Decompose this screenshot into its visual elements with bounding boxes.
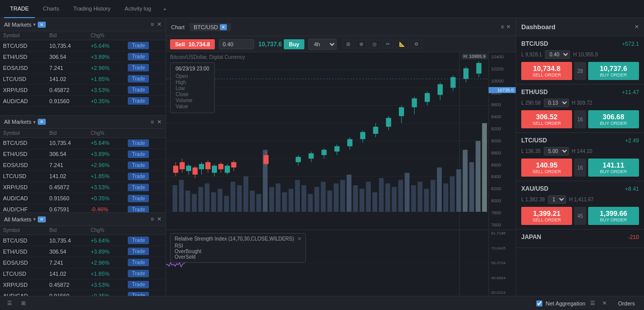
- net-aggregation-section: Net Aggregation ☰ ✕: [536, 299, 609, 307]
- panel-close-icon-2[interactable]: ✕: [157, 119, 162, 125]
- net-aggregation-label: Net Aggregation: [545, 300, 585, 306]
- trade-button[interactable]: Trade: [128, 248, 149, 255]
- net-aggregation-settings[interactable]: ☰: [588, 299, 597, 307]
- cell-chg: +1.85%: [88, 171, 125, 182]
- tab-charts[interactable]: Charts: [37, 0, 65, 18]
- svg-rect-85: [321, 150, 327, 156]
- order-buttons-xauusd: 1,399.21 SELL ORDER 45 1,399.66 BUY ORDE…: [521, 207, 639, 225]
- rsi-close-icon[interactable]: ✕: [297, 236, 301, 242]
- ethusd-sell-button[interactable]: 306.52 SELL ORDER: [521, 110, 572, 128]
- quantity-input[interactable]: [219, 39, 254, 49]
- ethusd-qty-select[interactable]: 0.13: [544, 99, 569, 107]
- instrument-header-btcusd: BTC/USD +572.1: [521, 40, 639, 47]
- layout-icon-2[interactable]: ⊞: [19, 299, 28, 307]
- draw-btn[interactable]: ✏: [382, 40, 393, 48]
- close-icon[interactable]: ✕: [506, 24, 511, 30]
- xauusd-sell-button[interactable]: 1,399.21 SELL ORDER: [521, 207, 572, 225]
- trade-button[interactable]: Trade: [128, 259, 149, 266]
- chart-symbol[interactable]: BTC/USD ✕: [190, 23, 231, 31]
- trade-button[interactable]: Trade: [128, 64, 149, 71]
- panel-controls-2: ≡ ✕: [151, 119, 162, 125]
- svg-rect-39: [366, 182, 371, 212]
- col-action-3: [125, 226, 166, 235]
- settings-btn[interactable]: ⚙: [411, 40, 422, 48]
- col-bid: Bid: [46, 31, 88, 40]
- crosshair-btn[interactable]: ⊕: [356, 40, 367, 48]
- svg-rect-54: [463, 150, 468, 212]
- trade-button[interactable]: Trade: [128, 97, 149, 105]
- tab-trading-history[interactable]: Trading History: [67, 0, 117, 18]
- svg-rect-95: [386, 118, 391, 127]
- trade-button[interactable]: Trade: [128, 53, 149, 60]
- trade-button[interactable]: Trade: [128, 237, 149, 244]
- cell-symbol: LTC/USD: [0, 171, 46, 182]
- xauusd-qty-select[interactable]: 1: [548, 195, 566, 204]
- cell-chg: +3.53%: [88, 279, 125, 290]
- cell-chg: +0.35%: [88, 96, 125, 107]
- table-row: AUD/CHF 0.67591 -0.46% Trade: [0, 204, 166, 212]
- svg-rect-19: [237, 185, 242, 212]
- add-tab-button[interactable]: +: [159, 4, 170, 14]
- ltcusd-qty-select[interactable]: 5.00: [544, 147, 569, 156]
- current-price-badge: 10735.0: [489, 87, 516, 93]
- ethusd-buy-button[interactable]: 306.68 BUY ORDER: [588, 110, 639, 128]
- tab-trade[interactable]: TRADE: [4, 0, 35, 18]
- ltcusd-sell-button[interactable]: 140.95 SELL ORDER: [521, 159, 572, 177]
- trade-button[interactable]: Trade: [128, 162, 149, 169]
- trade-button[interactable]: Trade: [128, 42, 149, 49]
- net-aggregation-close[interactable]: ✕: [600, 299, 609, 307]
- table-row: XRP/USD 0.45872 +3.53% Trade: [0, 279, 166, 290]
- dashboard-close-icon[interactable]: ✕: [634, 24, 639, 30]
- tab-activity-log[interactable]: Activity log: [119, 0, 157, 18]
- cell-bid: 0.67591: [46, 204, 88, 212]
- trade-button[interactable]: Trade: [128, 173, 149, 180]
- layout-icon-1[interactable]: ☰: [5, 299, 14, 307]
- chevron-down-icon-2: ▾: [33, 119, 36, 125]
- cell-action: Trade: [125, 246, 166, 257]
- svg-rect-51: [443, 183, 448, 211]
- buy-button[interactable]: Buy: [284, 39, 304, 49]
- btcusd-sell-button[interactable]: 10,734.8 SELL ORDER: [521, 62, 572, 80]
- indicator-btn[interactable]: ◎: [369, 40, 380, 48]
- trade-button[interactable]: Trade: [128, 184, 149, 191]
- ltcusd-buy-button[interactable]: 141.11 BUY ORDER: [588, 159, 639, 177]
- col-bid-2: Bid: [46, 129, 88, 138]
- panel-menu-icon[interactable]: ≡: [151, 21, 154, 28]
- cell-symbol: EOS/USD: [0, 257, 46, 268]
- trade-button[interactable]: Trade: [128, 270, 149, 277]
- table-row: EOS/USD 7.241 +2.96% Trade: [0, 257, 166, 268]
- cell-bid: 0.45872: [46, 182, 88, 193]
- panel-close-icon-3[interactable]: ✕: [157, 216, 162, 222]
- orders-button[interactable]: Orders: [614, 299, 639, 307]
- sell-button[interactable]: Sell 10,734.8: [170, 39, 215, 49]
- svg-rect-57: [482, 123, 487, 212]
- col-chg-2: Chg%: [88, 129, 125, 138]
- trade-button[interactable]: Trade: [128, 75, 149, 83]
- btcusd-buy-button[interactable]: 10,737.6 BUY ORDER: [588, 62, 639, 80]
- trade-button[interactable]: Trade: [128, 206, 149, 213]
- trade-button[interactable]: Trade: [128, 195, 149, 202]
- cell-bid: 0.91560: [46, 193, 88, 204]
- xauusd-buy-button[interactable]: 1,399.66 BUY ORDER: [588, 207, 639, 225]
- svg-rect-77: [231, 162, 236, 168]
- timeframe-select[interactable]: 4h 1h 1d 15m: [308, 39, 337, 50]
- menu-icon[interactable]: ≡: [501, 24, 504, 30]
- btcusd-qty-select[interactable]: 0.40: [545, 50, 570, 59]
- trade-button[interactable]: Trade: [128, 86, 149, 94]
- trade-button[interactable]: Trade: [128, 281, 149, 288]
- svg-rect-47: [418, 182, 423, 212]
- net-aggregation-checkbox[interactable]: [536, 300, 542, 306]
- svg-rect-29: [301, 185, 306, 212]
- svg-rect-46: [411, 185, 416, 212]
- trade-button[interactable]: Trade: [128, 150, 149, 158]
- trade-button[interactable]: Trade: [128, 139, 149, 147]
- cell-action: Trade: [125, 85, 166, 96]
- measure-btn[interactable]: 📐: [395, 40, 409, 48]
- cell-action: Trade: [125, 40, 166, 51]
- panel-close-icon[interactable]: ✕: [157, 21, 162, 28]
- svg-rect-32: [321, 182, 326, 212]
- panel-menu-icon-2[interactable]: ≡: [151, 119, 154, 125]
- panel-menu-icon-3[interactable]: ≡: [151, 216, 154, 222]
- chart-type-btn[interactable]: ⊞: [343, 40, 354, 48]
- col-chg: Chg%: [88, 31, 125, 40]
